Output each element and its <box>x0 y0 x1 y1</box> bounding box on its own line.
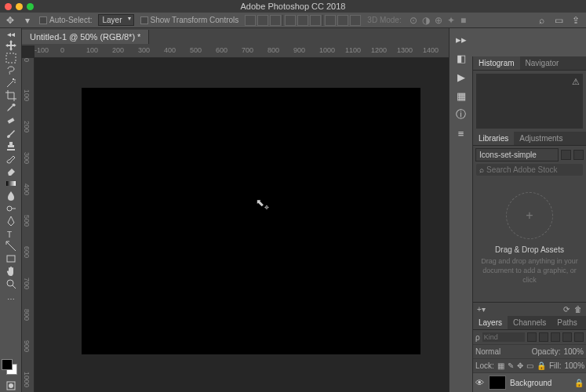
distribute-icon[interactable] <box>325 15 336 26</box>
library-select[interactable]: Icons-set-simple <box>475 148 559 162</box>
grid-view-icon[interactable] <box>561 150 571 160</box>
color-panel-icon[interactable]: ◧ <box>455 52 468 64</box>
filter-type-icon[interactable] <box>551 332 560 342</box>
ruler-vertical: 01002003004005006007008009001000 <box>22 58 35 392</box>
distribute-icon[interactable] <box>350 15 361 26</box>
stock-search[interactable]: ⌕ <box>476 164 583 176</box>
trash-icon[interactable]: 🗑 <box>574 305 582 314</box>
align-bottom-icon[interactable] <box>270 15 281 26</box>
tab-layers[interactable]: Layers <box>473 316 508 329</box>
dodge-tool[interactable] <box>0 202 21 215</box>
history-brush-tool[interactable] <box>0 152 21 165</box>
tab-histogram[interactable]: Histogram <box>473 56 520 70</box>
color-swatches[interactable] <box>0 358 21 376</box>
layer-row[interactable]: 👁 Background 🔒 <box>473 372 586 392</box>
lasso-tool[interactable] <box>0 64 21 77</box>
blend-mode-select[interactable]: Normal <box>475 347 529 356</box>
ruler-tick: 100 <box>23 89 31 101</box>
close-window-button[interactable] <box>5 3 12 10</box>
blur-tool[interactable] <box>0 190 21 202</box>
mode-3d-label: 3D Mode: <box>367 16 401 24</box>
maximize-window-button[interactable] <box>27 3 34 10</box>
ruler-tick: 600 <box>216 46 227 54</box>
brush-tool[interactable] <box>0 127 21 140</box>
add-content-icon[interactable]: +▾ <box>477 305 486 314</box>
swatches-panel-icon[interactable]: ▦ <box>455 89 468 102</box>
magic-wand-tool[interactable] <box>0 77 21 89</box>
tab-navigator[interactable]: Navigator <box>520 56 565 70</box>
pen-tool[interactable] <box>0 215 21 227</box>
lock-image-icon[interactable]: ✎ <box>508 361 514 370</box>
expand-icon[interactable]: ▸▸ <box>455 33 468 45</box>
healing-tool[interactable] <box>0 114 21 127</box>
canvas[interactable] <box>82 88 420 354</box>
show-transform-checkbox[interactable]: Show Transform Controls <box>140 16 239 24</box>
align-left-icon[interactable] <box>285 15 296 26</box>
lock-position-icon[interactable]: ✥ <box>517 361 523 370</box>
zoom-tool[interactable] <box>0 278 21 290</box>
properties-icon[interactable]: ≡ <box>455 127 468 140</box>
align-top-icon[interactable] <box>245 15 256 26</box>
fill-value[interactable]: 100% <box>564 361 584 370</box>
move-tool[interactable] <box>0 39 21 52</box>
search-input[interactable] <box>486 165 586 174</box>
lock-transparent-icon[interactable]: ▦ <box>497 361 504 370</box>
tab-adjustments[interactable]: Adjustments <box>514 132 568 145</box>
gradient-tool[interactable] <box>0 177 21 190</box>
hand-tool[interactable] <box>0 265 21 278</box>
layer-filter-kind[interactable] <box>482 332 525 342</box>
filter-pixel-icon[interactable] <box>527 332 537 342</box>
ruler-tick: 600 <box>23 246 31 258</box>
right-panels: Histogram Navigator ⚠ Libraries Adjustme… <box>472 56 586 392</box>
ruler-tick: 300 <box>138 46 150 54</box>
align-hcenter-icon[interactable] <box>297 15 308 26</box>
tab-channels[interactable]: Channels <box>508 316 551 329</box>
workspace-icon[interactable]: ▭ <box>553 15 564 26</box>
filter-shape-icon[interactable] <box>562 332 572 342</box>
auto-select-checkbox[interactable]: Auto-Select: <box>39 16 92 24</box>
collapse-icon[interactable]: ◂◂ <box>0 28 22 39</box>
visibility-icon[interactable]: 👁 <box>475 378 485 387</box>
library-drop-zone[interactable]: + Drag & Drop Assets Drag and drop anyth… <box>473 176 586 302</box>
align-right-icon[interactable] <box>310 15 321 26</box>
play-icon[interactable]: ▶ <box>455 71 468 83</box>
document-tab[interactable]: Untitled-1 @ 50% (RGB/8*) * <box>22 30 149 44</box>
share-icon[interactable]: ⇪ <box>570 15 581 26</box>
layer-thumbnail[interactable] <box>489 376 506 390</box>
add-icon[interactable]: + <box>506 192 553 239</box>
auto-select-label: Auto-Select: <box>49 16 92 24</box>
foreground-swatch[interactable] <box>2 359 13 370</box>
warning-icon[interactable]: ⚠ <box>572 77 580 87</box>
distribute-icon[interactable] <box>337 15 348 26</box>
lock-all-icon[interactable]: 🔒 <box>537 361 546 370</box>
tab-libraries[interactable]: Libraries <box>473 132 514 145</box>
rectangle-tool[interactable] <box>0 252 21 265</box>
align-vcenter-icon[interactable] <box>257 15 268 26</box>
sync-icon[interactable]: ⟳ <box>563 305 570 314</box>
stamp-tool[interactable] <box>0 140 21 152</box>
quickmask-tool[interactable] <box>0 379 21 392</box>
ruler-tick: 800 <box>23 309 31 321</box>
search-icon[interactable]: ⌕ <box>536 15 547 26</box>
minimize-window-button[interactable] <box>16 3 23 10</box>
list-view-icon[interactable] <box>573 150 584 160</box>
opacity-value[interactable]: 100% <box>563 347 584 356</box>
eyedropper-tool[interactable] <box>0 102 21 114</box>
lock-artboard-icon[interactable]: ▭ <box>526 361 533 370</box>
info-icon[interactable]: ⓘ <box>455 108 468 121</box>
marquee-tool[interactable] <box>0 52 21 64</box>
type-tool[interactable]: T <box>0 227 21 240</box>
filter-smart-icon[interactable] <box>574 332 584 342</box>
filter-adjust-icon[interactable] <box>539 332 548 342</box>
ruler-tick: 1400 <box>423 46 439 54</box>
auto-select-dropdown[interactable]: Layer <box>98 14 133 26</box>
layer-name[interactable]: Background <box>510 379 551 387</box>
eraser-tool[interactable] <box>0 165 21 177</box>
tool-dropdown-icon[interactable]: ▾ <box>22 15 33 26</box>
path-tool[interactable] <box>0 240 21 252</box>
edit-toolbar-icon[interactable]: ⋯ <box>7 295 15 303</box>
crop-tool[interactable] <box>0 89 21 102</box>
lock-icon[interactable]: 🔒 <box>574 379 584 387</box>
tab-paths[interactable]: Paths <box>551 316 583 329</box>
svg-text:T: T <box>7 230 12 239</box>
